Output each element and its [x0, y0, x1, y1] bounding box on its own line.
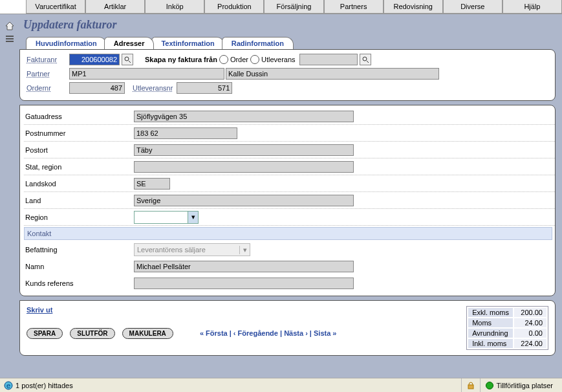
slutfor-button[interactable]: SLUTFÖR	[70, 328, 114, 339]
search-icon	[362, 56, 369, 63]
partner-label: Partner	[27, 70, 69, 78]
tab-bar: Huvudinformation Adresser Textinformatio…	[26, 37, 556, 49]
order-radio[interactable]	[219, 55, 228, 64]
skriv-ut-link[interactable]: Skriv ut	[27, 306, 52, 314]
svg-point-3	[125, 57, 129, 61]
tab-adresser[interactable]: Adresser	[104, 37, 155, 49]
nav-hjalp[interactable]: Hjälp	[503, 0, 562, 14]
home-icon[interactable]	[5, 21, 15, 31]
region-dropdown[interactable]: ▾	[134, 211, 199, 224]
nav-partners[interactable]: Partners	[324, 0, 384, 14]
tab-huvud[interactable]: Huvudinformation	[26, 37, 107, 49]
namn-label: Namn	[24, 263, 134, 270]
footer-panel: Skriv ut SPARA SLUTFÖR MAKULERA « Första…	[19, 300, 556, 356]
tab-rad[interactable]: Radinformation	[222, 37, 294, 49]
svg-point-5	[363, 57, 367, 61]
kundref-label: Kunds referens	[24, 279, 134, 287]
spara-button[interactable]: SPARA	[27, 328, 63, 339]
utlev-label: Utleverans	[261, 56, 296, 63]
left-rail	[0, 14, 19, 378]
utleveransnr-field: 571	[177, 82, 232, 94]
nav-redovisning[interactable]: Redovisning	[384, 0, 443, 14]
status-bar: e 1 post(er) hittades Tillförlitliga pla…	[0, 378, 562, 392]
totals-table: Exkl. moms200.00 Moms24.00 Avrundning0.0…	[466, 306, 548, 350]
land-label: Land	[24, 197, 134, 204]
total-avr-label: Avrundning	[468, 329, 513, 338]
lock-icon	[467, 382, 475, 389]
top-nav: Varucertifikat Artiklar Inköp Produktion…	[0, 0, 562, 14]
total-moms-label: Moms	[468, 318, 513, 327]
befattning-label: Befattning	[24, 246, 134, 254]
total-incl-value: 224.00	[514, 339, 546, 348]
utlev-lookup[interactable]	[360, 54, 371, 65]
partner-name: Kalle Dussin	[226, 68, 439, 80]
namn-field[interactable]: Michael Pellsäter	[134, 261, 354, 272]
land-field[interactable]: Sverige	[134, 195, 354, 206]
page-title: Uppdatera fakturor	[23, 18, 556, 32]
fakturanr-label: Fakturanr	[27, 56, 69, 63]
postort-label: Postort	[24, 146, 134, 154]
nav-artiklar[interactable]: Artiklar	[85, 0, 145, 14]
gatuadress-label: Gatuadress	[24, 113, 134, 120]
nav-inkop[interactable]: Inköp	[145, 0, 204, 14]
partner-code[interactable]: MP1	[69, 68, 224, 80]
nav-diverse[interactable]: Diverse	[443, 0, 503, 14]
total-moms-value: 24.00	[514, 318, 546, 327]
address-panel: GatuadressSjöflygvägen 35 Postnummer183 …	[19, 105, 556, 296]
utlev-field[interactable]	[299, 54, 358, 65]
stat-label: Stat, region	[24, 163, 134, 171]
list-icon[interactable]	[5, 34, 15, 44]
landskod-label: Landskod	[24, 180, 134, 188]
landskod-field[interactable]: SE	[134, 178, 170, 190]
svg-line-6	[367, 61, 369, 63]
record-nav[interactable]: « Första | ‹ Föregående | Nästa › | Sist…	[200, 329, 337, 337]
kontakt-header: Kontakt	[24, 227, 552, 240]
status-right: Tillförlitliga platser	[496, 382, 553, 389]
gatuadress-field[interactable]: Sjöflygvägen 35	[134, 111, 354, 122]
befattning-dropdown[interactable]: Leverantörens säljare▾	[134, 243, 250, 256]
svg-rect-0	[6, 36, 14, 37]
svg-line-4	[129, 61, 131, 63]
nav-forsaljning[interactable]: Försäljning	[264, 0, 323, 14]
total-avr-value: 0.00	[514, 329, 546, 338]
svg-rect-9	[468, 385, 473, 389]
tab-text[interactable]: Textinformation	[151, 37, 224, 49]
fakturanr-field[interactable]: 200600082	[69, 54, 120, 65]
svg-text:e: e	[6, 382, 10, 389]
total-incl-label: Inkl. moms	[468, 339, 513, 348]
ie-icon: e	[4, 381, 13, 390]
ordernr-label: Ordernr	[27, 84, 69, 92]
order-label: Order	[230, 56, 248, 63]
total-excl-value: 200.00	[514, 308, 546, 317]
nav-produktion[interactable]: Produktion	[204, 0, 264, 14]
makulera-button[interactable]: MAKULERA	[122, 328, 173, 339]
svg-rect-1	[6, 38, 14, 39]
header-panel: Fakturanr 200600082 Skapa ny faktura frå…	[19, 49, 556, 101]
skapa-label: Skapa ny faktura från	[145, 56, 217, 63]
postnummer-label: Postnummer	[24, 129, 134, 137]
svg-rect-2	[6, 41, 14, 42]
status-text: 1 post(er) hittades	[16, 382, 73, 389]
fakturanr-lookup[interactable]	[122, 54, 133, 65]
chevron-down-icon: ▾	[239, 246, 250, 254]
chevron-down-icon: ▾	[188, 212, 198, 223]
check-icon	[486, 382, 493, 389]
kundref-field[interactable]	[134, 278, 354, 289]
postort-field[interactable]: Täby	[134, 144, 354, 156]
utleveransnr-label: Utleveransnr	[133, 84, 173, 92]
total-excl-label: Exkl. moms	[468, 308, 513, 317]
search-icon	[124, 56, 131, 63]
utlev-radio[interactable]	[250, 55, 259, 64]
stat-field[interactable]	[134, 161, 354, 173]
postnummer-field[interactable]: 183 62	[134, 127, 237, 139]
nav-varucertifikat[interactable]: Varucertifikat	[26, 0, 85, 14]
region-label: Region	[24, 213, 134, 221]
ordernr-field: 487	[69, 82, 125, 94]
